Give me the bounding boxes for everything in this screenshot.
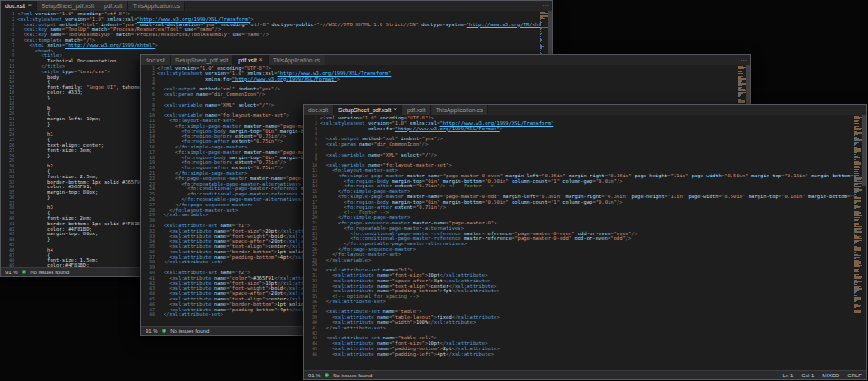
no-issues-check-icon: ✓ <box>22 270 27 275</box>
tab-pdf.xslt[interactable]: pdf.xslt <box>402 105 431 115</box>
zoom-level[interactable]: 91 % <box>5 270 18 275</box>
status-message[interactable]: No issues found <box>170 329 209 334</box>
minimap-line <box>738 68 744 69</box>
code-line[interactable]: <xsl:attribute name="padding-left">4pt</… <box>320 352 854 357</box>
status-message[interactable]: No issues found <box>30 270 69 275</box>
status-bar: 91 % ✓ No issues found Ln 1Col 1MIXEDCRL… <box>304 370 866 379</box>
minimap-line <box>854 220 858 221</box>
editor-window-setupsheet-pdf-xslt: doc.xsltSetupSheet_pdf.xslt×pdf.xsltThis… <box>303 104 867 380</box>
status-col[interactable]: Col 1 <box>801 373 814 378</box>
line-number: 48 <box>141 312 155 318</box>
minimap-line <box>854 301 856 302</box>
scrollbar-thumb[interactable] <box>862 115 866 186</box>
minimap-line <box>854 171 858 172</box>
tab-bar: doc.xsltSetupSheet_pdf.xsltpdf.xslt×This… <box>141 55 750 65</box>
close-icon[interactable]: × <box>259 57 263 63</box>
minimap-line <box>854 293 855 294</box>
minimap-line <box>854 258 856 259</box>
minimap-line <box>540 28 542 29</box>
tab-bar: doc.xslt×SetupSheet_pdf.xsltpdf.xsltThis… <box>1 1 552 11</box>
minimap-line <box>854 252 856 253</box>
minimap-line <box>854 271 859 272</box>
tab-label: pdf.xslt <box>238 57 257 63</box>
minimap-line <box>854 266 860 267</box>
minimap-line <box>854 145 855 146</box>
minimap-line <box>854 154 856 155</box>
minimap-line <box>854 118 860 119</box>
minimap-line <box>854 121 858 122</box>
tab-label: ThisApplication.cs <box>436 107 483 113</box>
status-ln[interactable]: Ln 1 <box>783 373 794 378</box>
minimap-line <box>854 195 855 195</box>
editor-actions: ⋯ <box>737 55 750 65</box>
minimap-line <box>854 223 859 224</box>
tab-label: pdf.xslt <box>104 3 123 9</box>
minimap-line <box>854 173 859 174</box>
tab-doc.xslt[interactable]: doc.xslt× <box>1 1 37 11</box>
desktop: doc.xslt×SetupSheet_pdf.xsltpdf.xsltThis… <box>0 0 868 381</box>
tab-bar: doc.xsltSetupSheet_pdf.xslt×pdf.xsltThis… <box>304 105 866 115</box>
line-numbers[interactable]: 1234567891011121314151617181920212223242… <box>304 115 320 370</box>
tab-thisapplication.cs[interactable]: ThisApplication.cs <box>128 1 185 11</box>
minimap-line <box>854 208 856 209</box>
zoom-level[interactable]: 91 % <box>308 373 321 378</box>
tab-label: pdf.xslt <box>407 107 426 113</box>
tab-label: SetupSheet_pdf.xslt <box>175 57 228 63</box>
tab-pdf.xslt[interactable]: pdf.xslt× <box>233 55 268 65</box>
tab-label: doc.xslt <box>308 107 328 113</box>
tab-setupsheet_pdf.xslt[interactable]: SetupSheet_pdf.xslt <box>171 55 233 65</box>
tab-label: ThisApplication.cs <box>133 3 180 9</box>
zoom-level[interactable]: 91 % <box>146 329 158 334</box>
tab-label: SetupSheet_pdf.xslt <box>42 3 94 9</box>
minimap-line <box>854 159 856 160</box>
minimap-line <box>540 18 545 19</box>
editor-actions: ⋯ <box>539 1 552 11</box>
tab-thisapplication.cs[interactable]: ThisApplication.cs <box>269 55 326 65</box>
editor-body: 1234567891011121314151617181920212223242… <box>304 115 866 370</box>
minimap-line <box>738 71 742 72</box>
minimap-line <box>854 243 855 244</box>
minimap-line <box>854 167 860 168</box>
minimap-line <box>540 40 542 41</box>
no-issues-check-icon: ✓ <box>162 329 167 334</box>
tab-setupsheet_pdf.xslt[interactable]: SetupSheet_pdf.xslt× <box>334 105 402 115</box>
line-numbers[interactable]: 1234567891011121314151617181920212223242… <box>141 65 157 326</box>
line-numbers[interactable]: 1234567891011121314151617181920212223242… <box>1 11 17 267</box>
close-icon[interactable]: × <box>28 3 32 9</box>
minimap[interactable] <box>854 115 862 370</box>
tab-label: doc.xslt <box>5 3 25 9</box>
tab-thisapplication.cs[interactable]: ThisApplication.cs <box>431 105 488 115</box>
no-issues-check-icon: ✓ <box>325 373 330 378</box>
scrollbar[interactable] <box>862 115 866 370</box>
minimap-line <box>854 217 860 218</box>
minimap-line <box>738 96 740 97</box>
minimap-line <box>854 203 856 204</box>
tab-label: ThisApplication.cs <box>273 57 320 63</box>
tab-label: SetupSheet_pdf.xslt <box>338 107 391 113</box>
code-area[interactable]: <?xml version="1.0" encoding="UTF-8"?><x… <box>320 115 854 370</box>
minimap-line <box>854 312 861 313</box>
minimap-line <box>540 33 542 34</box>
minimap-line <box>854 307 856 308</box>
close-icon[interactable]: × <box>393 107 397 113</box>
tab-pdf.xslt[interactable]: pdf.xslt <box>99 1 128 11</box>
tab-setupsheet_pdf.xslt[interactable]: SetupSheet_pdf.xslt <box>37 1 99 11</box>
status-mixed[interactable]: MIXED <box>822 373 839 378</box>
minimap-line <box>854 270 858 271</box>
minimap-line <box>854 123 859 124</box>
tab-label: doc.xslt <box>146 57 165 63</box>
minimap-line <box>738 73 743 74</box>
more-actions-icon[interactable]: ⋯ <box>542 3 549 10</box>
line-number: 46 <box>304 352 317 357</box>
status-right-group: Ln 1Col 1MIXEDCRLF <box>783 373 862 378</box>
more-actions-icon[interactable]: ⋯ <box>741 57 747 64</box>
editor-actions: ⋯ <box>853 105 866 115</box>
tab-doc.xslt[interactable]: doc.xslt <box>141 55 171 65</box>
tab-doc.xslt[interactable]: doc.xslt <box>304 105 334 115</box>
status-message[interactable]: No issues found <box>333 373 372 378</box>
status-crlf[interactable]: CRLF <box>847 373 862 378</box>
more-actions-icon[interactable]: ⋯ <box>856 107 863 114</box>
minimap-line <box>540 48 542 49</box>
